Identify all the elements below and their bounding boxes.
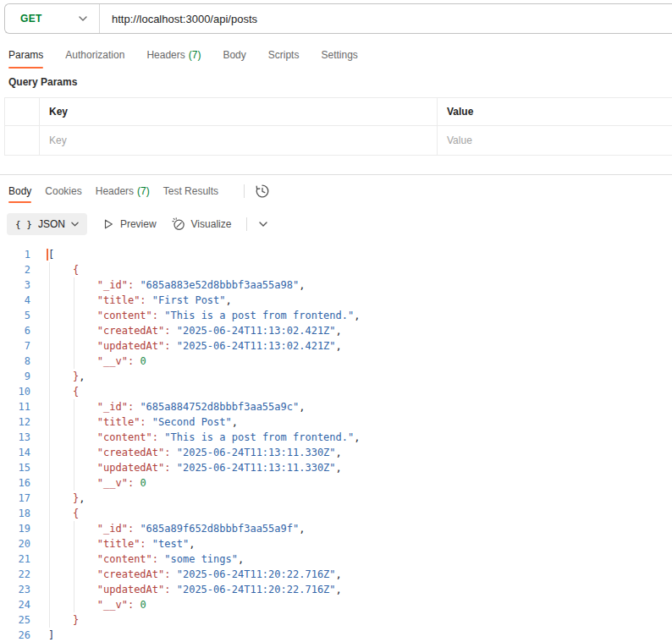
indent-guide — [74, 536, 74, 551]
code-line: 26] — [0, 628, 672, 642]
code-line: 1[ — [0, 247, 672, 262]
tab-settings[interactable]: Settings — [321, 41, 357, 69]
code-line: 5 "content": "This is a post from fronte… — [0, 308, 672, 323]
indent-guide — [74, 551, 74, 567]
divider — [246, 217, 247, 231]
tab-test-results[interactable]: Test Results — [163, 179, 218, 203]
indent-guide — [49, 277, 50, 293]
code-line-content: "__v": 0 — [37, 475, 672, 491]
code-line-content: }, — [37, 491, 672, 506]
line-number: 13 — [0, 430, 37, 445]
code-line-content: "updatedAt": "2025-06-24T11:13:02.421Z", — [37, 338, 672, 354]
response-tabs-extra — [244, 179, 270, 203]
response-section-divider — [0, 174, 672, 175]
code-line: 17 }, — [0, 491, 672, 506]
code-line: 11 "_id": "685a884752d8bbbf3aa55a9c", — [0, 399, 672, 414]
tab-label: Test Results — [163, 185, 218, 197]
line-number: 16 — [0, 475, 37, 491]
key-input[interactable]: Key — [40, 126, 438, 155]
chevron-down-icon — [79, 16, 87, 21]
code-line-content: "title": "test", — [37, 536, 672, 551]
code-line-content: "title": "Second Post", — [37, 414, 672, 430]
tab-authorization[interactable]: Authorization — [65, 41, 124, 69]
tab-params[interactable]: Params — [8, 41, 43, 69]
indent-guide — [74, 597, 74, 612]
more-options-chevron[interactable] — [259, 222, 267, 227]
params-entry-row: Key Value — [5, 126, 672, 156]
indent-guide — [49, 445, 50, 460]
indent-guide — [49, 354, 50, 369]
code-line: 8 "__v": 0 — [0, 354, 672, 369]
code-line-content: "createdAt": "2025-06-24T11:13:11.330Z", — [37, 445, 672, 460]
query-params-table: Key Value Key Value — [4, 97, 672, 156]
code-line: 12 "title": "Second Post", — [0, 414, 672, 430]
line-number: 2 — [0, 262, 37, 277]
visualize-label: Visualize — [191, 218, 232, 230]
key-column-header: Key — [40, 98, 438, 125]
tab-body[interactable]: Body — [223, 41, 245, 69]
visualize-button[interactable]: Visualize — [172, 217, 232, 231]
indent-guide — [49, 506, 50, 521]
response-history-button[interactable] — [255, 184, 270, 199]
method-selector[interactable]: GET — [5, 4, 100, 33]
tab-response-body[interactable]: Body — [8, 179, 31, 203]
code-line-content: "updatedAt": "2025-06-24T11:13:11.330Z", — [37, 460, 672, 475]
format-selector[interactable]: { } JSON — [7, 213, 87, 235]
line-number: 26 — [0, 628, 37, 642]
code-line-content: "__v": 0 — [37, 354, 672, 369]
text-cursor — [47, 249, 48, 261]
tab-scripts[interactable]: Scripts — [268, 41, 300, 69]
request-tabs: Params Authorization Headers(7) Body Scr… — [8, 41, 358, 69]
code-line: 21 "content": "some tings", — [0, 551, 672, 567]
indent-guide — [74, 521, 74, 536]
indent-guide — [74, 277, 74, 293]
line-number: 3 — [0, 277, 37, 293]
line-number: 1 — [0, 247, 37, 262]
preview-button[interactable]: Preview — [102, 218, 157, 230]
tab-response-headers[interactable]: Headers(7) — [96, 179, 150, 203]
indent-guide — [74, 293, 74, 308]
line-number: 11 — [0, 399, 37, 414]
code-line-content: ] — [37, 628, 672, 642]
value-column-header: Value — [438, 98, 672, 125]
row-select-cell[interactable] — [5, 126, 40, 155]
code-line-content: { — [37, 506, 672, 521]
url-input[interactable]: http://localhost:3000/api/posts — [100, 4, 672, 33]
code-line: 19 "_id": "685a89f652d8bbbf3aa55a9f", — [0, 521, 672, 536]
line-number: 10 — [0, 384, 37, 399]
query-params-title: Query Params — [8, 76, 77, 88]
code-line: 6 "createdAt": "2025-06-24T11:13:02.421Z… — [0, 323, 672, 338]
tab-label: Body — [223, 49, 245, 61]
code-line: 4 "title": "First Post", — [0, 293, 672, 308]
indent-guide — [74, 414, 74, 430]
code-line: 23 "updatedAt": "2025-06-24T11:20:22.716… — [0, 582, 672, 597]
tab-count-badge: (7) — [189, 49, 201, 61]
line-number: 19 — [0, 521, 37, 536]
code-line-content: "_id": "685a883e52d8bbbf3aa55a98", — [37, 277, 672, 293]
code-line: 9 }, — [0, 369, 672, 384]
indent-guide — [49, 414, 50, 430]
method-label: GET — [20, 13, 42, 25]
clock-history-icon — [255, 184, 270, 199]
response-code[interactable]: 1[2 {3 "_id": "685a883e52d8bbbf3aa55a98"… — [0, 242, 672, 642]
code-line: 15 "updatedAt": "2025-06-24T11:13:11.330… — [0, 460, 672, 475]
indent-guide — [49, 567, 50, 582]
divider — [244, 184, 245, 198]
preview-label: Preview — [120, 218, 157, 230]
line-number: 14 — [0, 445, 37, 460]
indent-guide — [74, 308, 74, 323]
tab-cookies[interactable]: Cookies — [45, 179, 81, 203]
braces-icon: { } — [15, 219, 32, 230]
indent-guide — [49, 612, 50, 628]
line-number: 22 — [0, 567, 37, 582]
play-icon — [102, 218, 114, 230]
indent-guide — [49, 369, 50, 384]
tab-headers[interactable]: Headers(7) — [146, 41, 201, 69]
value-input[interactable]: Value — [438, 126, 672, 155]
line-number: 6 — [0, 323, 37, 338]
indent-guide — [74, 354, 74, 369]
line-number: 9 — [0, 369, 37, 384]
code-line: 16 "__v": 0 — [0, 475, 672, 491]
tab-label: Headers — [96, 185, 134, 197]
indent-guide — [49, 384, 50, 399]
